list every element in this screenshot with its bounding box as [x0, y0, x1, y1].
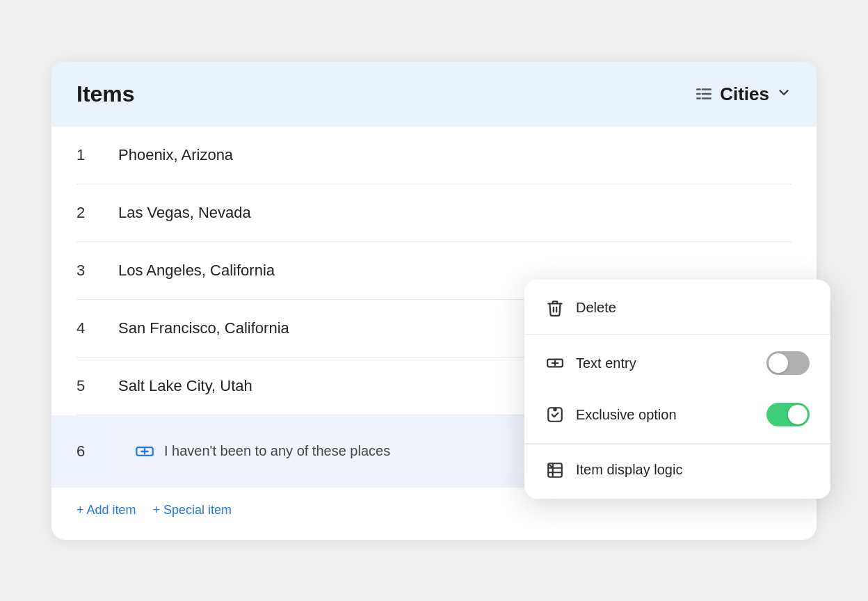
- item-number: 3: [77, 262, 118, 280]
- display-logic-icon: [545, 461, 565, 479]
- svg-point-13: [554, 408, 556, 410]
- cities-dropdown[interactable]: Cities: [695, 83, 791, 105]
- exclusive-option-toggle[interactable]: [766, 403, 810, 426]
- toggle-knob: [788, 405, 807, 424]
- display-logic-label: Item display logic: [576, 462, 810, 478]
- exclusive-option-label: Exclusive option: [576, 407, 755, 423]
- header: Items Cities: [51, 62, 817, 127]
- text-entry-label: Text entry: [576, 355, 755, 371]
- add-item-button[interactable]: + Add item: [77, 503, 136, 518]
- cities-label: Cities: [720, 83, 769, 105]
- toggle-knob: [769, 353, 788, 373]
- item-text: Las Vegas, Nevada: [118, 204, 251, 222]
- add-special-item-button[interactable]: + Special item: [153, 503, 232, 518]
- item-text: Phoenix, Arizona: [118, 146, 233, 164]
- text-entry-toggle[interactable]: [766, 351, 810, 375]
- item-number: 1: [77, 146, 118, 164]
- text-entry-icon: [545, 354, 565, 372]
- list-icon: [695, 85, 713, 103]
- item-number: 2: [77, 204, 118, 222]
- item-text: Salt Lake City, Utah: [118, 377, 252, 395]
- display-logic-menu-item[interactable]: Item display logic: [524, 447, 830, 493]
- svg-line-18: [549, 465, 552, 467]
- trash-icon: [545, 299, 565, 317]
- list-item: 2 Las Vegas, Nevada: [77, 184, 791, 242]
- page-title: Items: [77, 81, 135, 107]
- delete-menu-item[interactable]: Delete: [524, 285, 830, 331]
- list-item: 1 Phoenix, Arizona: [77, 127, 791, 184]
- delete-label: Delete: [576, 300, 810, 316]
- main-card: Items Cities 1: [51, 62, 817, 540]
- special-item-text: I haven't been to any of these places: [164, 443, 390, 459]
- item-text: San Francisco, California: [118, 319, 289, 337]
- text-entry-menu-item[interactable]: Text entry: [524, 337, 830, 389]
- item-number: 6: [77, 442, 118, 460]
- items-list: 1 Phoenix, Arizona 2 Las Vegas, Nevada 3…: [51, 127, 817, 488]
- item-number: 4: [77, 319, 118, 337]
- exclusive-icon: [545, 406, 565, 424]
- text-entry-icon: [135, 442, 154, 461]
- menu-divider: [524, 334, 830, 335]
- chevron-down-icon: [776, 85, 791, 104]
- menu-divider: [524, 443, 830, 444]
- item-text: Los Angeles, California: [118, 262, 275, 280]
- item-number: 5: [77, 377, 118, 395]
- exclusive-option-menu-item[interactable]: Exclusive option: [524, 389, 830, 440]
- context-menu: Delete Text entry: [524, 280, 830, 499]
